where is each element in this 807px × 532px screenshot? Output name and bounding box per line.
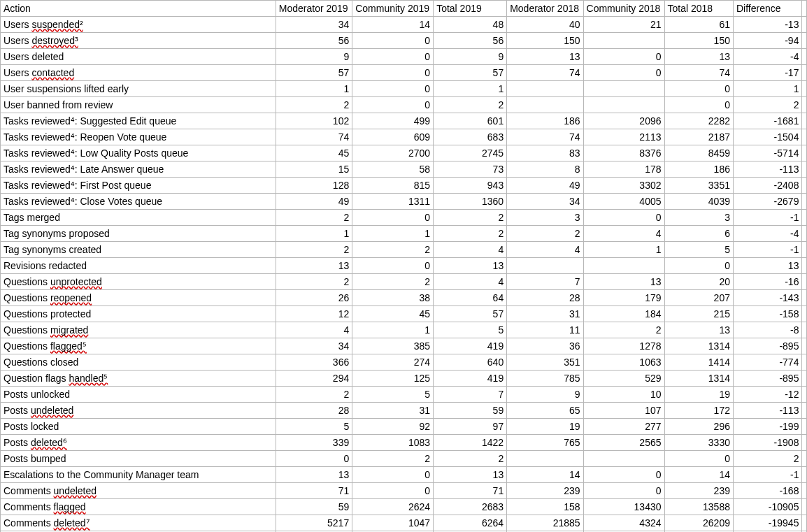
table-row: Posts locked5929719277296-199 bbox=[1, 419, 807, 435]
cell-value: 1047 bbox=[352, 515, 434, 531]
col-total-2018: Total 2018 bbox=[664, 1, 733, 17]
cell-value: 48 bbox=[434, 17, 507, 33]
cell-extra bbox=[802, 338, 807, 354]
cell-value: 1083 bbox=[352, 435, 434, 451]
stats-table: Action Moderator 2019 Community 2019 Tot… bbox=[0, 0, 807, 532]
cell-value: -2408 bbox=[733, 178, 801, 194]
cell-value: -113 bbox=[733, 161, 801, 178]
cell-value: -17 bbox=[733, 65, 801, 81]
cell-extra bbox=[802, 515, 807, 531]
cell-extra bbox=[802, 113, 807, 129]
cell-value: 640 bbox=[434, 354, 507, 371]
cell-value: -168 bbox=[733, 483, 801, 499]
cell-value bbox=[507, 258, 583, 274]
cell-value: 49 bbox=[507, 178, 583, 194]
cell-extra bbox=[802, 435, 807, 451]
cell-value: 0 bbox=[352, 97, 434, 113]
cell-value: 74 bbox=[664, 65, 733, 81]
cell-value: 92 bbox=[352, 419, 434, 435]
cell-value: 97 bbox=[434, 419, 507, 435]
cell-value: 4 bbox=[434, 242, 507, 258]
cell-action: Tag synonyms proposed bbox=[1, 226, 276, 242]
cell-value: 83 bbox=[507, 145, 583, 161]
cell-extra bbox=[802, 97, 807, 113]
cell-extra bbox=[802, 210, 807, 226]
cell-value: 21 bbox=[583, 17, 664, 33]
cell-value: 943 bbox=[434, 178, 507, 194]
cell-value: 1 bbox=[352, 226, 434, 242]
cell-extra bbox=[802, 354, 807, 371]
cell-value: 64 bbox=[434, 290, 507, 306]
cell-value: 3302 bbox=[583, 178, 664, 194]
table-row: Tasks reviewed⁴: Low Quality Posts queue… bbox=[1, 145, 807, 161]
cell-action: Tasks reviewed⁴: Reopen Vote queue bbox=[1, 129, 276, 145]
cell-action: Questions reopened bbox=[1, 290, 276, 306]
cell-value: 274 bbox=[352, 354, 434, 371]
cell-value: 34 bbox=[276, 17, 352, 33]
cell-value: 0 bbox=[352, 210, 434, 226]
cell-value: 178 bbox=[583, 161, 664, 178]
cell-value: 45 bbox=[352, 306, 434, 322]
cell-value: 14 bbox=[352, 17, 434, 33]
cell-value: 6 bbox=[664, 226, 733, 242]
cell-value: 0 bbox=[583, 210, 664, 226]
cell-value: 150 bbox=[664, 33, 733, 49]
col-action: Action bbox=[1, 1, 276, 17]
cell-action: Users deleted bbox=[1, 49, 276, 65]
cell-value: -113 bbox=[733, 403, 801, 419]
cell-value: 58 bbox=[352, 161, 434, 178]
cell-value: 4 bbox=[276, 322, 352, 338]
cell-value bbox=[583, 451, 664, 467]
cell-value: 4 bbox=[507, 242, 583, 258]
cell-value bbox=[507, 451, 583, 467]
cell-value: 419 bbox=[434, 338, 507, 354]
cell-action: Tasks reviewed⁴: Late Answer queue bbox=[1, 161, 276, 178]
cell-value: 0 bbox=[352, 467, 434, 483]
cell-value: 40 bbox=[507, 17, 583, 33]
col-community-2019: Community 2019 bbox=[352, 1, 434, 17]
cell-value: 28 bbox=[507, 290, 583, 306]
cell-value: 3 bbox=[664, 210, 733, 226]
cell-value: 125 bbox=[352, 371, 434, 387]
cell-value: 385 bbox=[352, 338, 434, 354]
cell-action: Tasks reviewed⁴: Suggested Edit queue bbox=[1, 113, 276, 129]
cell-value: 179 bbox=[583, 290, 664, 306]
cell-value: 59 bbox=[434, 403, 507, 419]
cell-extra bbox=[802, 403, 807, 419]
cell-value bbox=[583, 97, 664, 113]
cell-value: 2 bbox=[583, 322, 664, 338]
cell-value: 0 bbox=[664, 451, 733, 467]
cell-value: 10 bbox=[583, 387, 664, 403]
cell-action: Posts bumped bbox=[1, 451, 276, 467]
cell-value: 1 bbox=[733, 81, 801, 97]
table-row: Users contacted5705774074-17 bbox=[1, 65, 807, 81]
cell-value: 0 bbox=[583, 483, 664, 499]
cell-value: 609 bbox=[352, 129, 434, 145]
cell-action: Users destroyed³ bbox=[1, 33, 276, 49]
cell-action: Tasks reviewed⁴: Close Votes queue bbox=[1, 194, 276, 210]
cell-extra bbox=[802, 467, 807, 483]
cell-value: 2 bbox=[733, 97, 801, 113]
cell-extra bbox=[802, 33, 807, 49]
cell-extra bbox=[802, 290, 807, 306]
cell-value: 102 bbox=[276, 113, 352, 129]
cell-value: 2624 bbox=[352, 499, 434, 515]
cell-value: 34 bbox=[276, 338, 352, 354]
cell-value: 71 bbox=[276, 483, 352, 499]
table-row: Questions closed36627464035110631414-774 bbox=[1, 354, 807, 371]
cell-value: 215 bbox=[664, 306, 733, 322]
cell-value: 71 bbox=[434, 483, 507, 499]
cell-value: -16 bbox=[733, 274, 801, 290]
cell-value: -199 bbox=[733, 419, 801, 435]
cell-extra bbox=[802, 306, 807, 322]
cell-value: -158 bbox=[733, 306, 801, 322]
cell-value: 26209 bbox=[664, 515, 733, 531]
cell-value: 2282 bbox=[664, 113, 733, 129]
table-row: Questions flagged⁵343854193612781314-895 bbox=[1, 338, 807, 354]
cell-value: 4005 bbox=[583, 194, 664, 210]
cell-value: 158 bbox=[507, 499, 583, 515]
cell-value: 172 bbox=[664, 403, 733, 419]
table-row: User banned from review20202 bbox=[1, 97, 807, 113]
table-row: Users deleted90913013-4 bbox=[1, 49, 807, 65]
cell-value: -12 bbox=[733, 387, 801, 403]
